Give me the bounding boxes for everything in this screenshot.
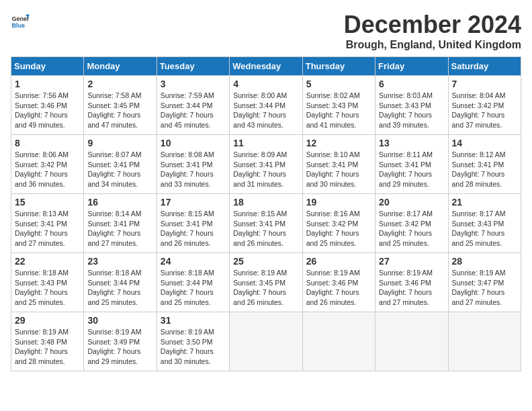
day-info: Sunrise: 7:56 AMSunset: 3:46 PMDaylight:… [15, 91, 80, 130]
calendar-cell: 6 Sunrise: 8:03 AMSunset: 3:43 PMDayligh… [375, 76, 448, 135]
day-number: 24 [161, 256, 226, 267]
calendar-cell: 13 Sunrise: 8:11 AMSunset: 3:41 PMDaylig… [375, 135, 448, 194]
calendar-cell: 21 Sunrise: 8:17 AMSunset: 3:43 PMDaylig… [448, 194, 521, 253]
calendar-row: 15 Sunrise: 8:13 AMSunset: 3:41 PMDaylig… [11, 194, 521, 253]
page-header: General Blue December 2024 Brough, Engla… [11, 11, 521, 51]
day-info: Sunrise: 8:18 AMSunset: 3:43 PMDaylight:… [15, 268, 80, 308]
day-number: 8 [15, 138, 80, 148]
col-sunday: Sunday [11, 57, 84, 76]
day-number: 31 [161, 315, 226, 326]
day-info: Sunrise: 8:17 AMSunset: 3:43 PMDaylight:… [452, 209, 517, 248]
day-info: Sunrise: 8:12 AMSunset: 3:41 PMDaylight:… [452, 150, 517, 189]
calendar-cell: 8 Sunrise: 8:06 AMSunset: 3:42 PMDayligh… [11, 135, 84, 194]
calendar-cell [375, 312, 448, 371]
calendar-table: Sunday Monday Tuesday Wednesday Thursday… [11, 56, 521, 371]
calendar-cell: 12 Sunrise: 8:10 AMSunset: 3:41 PMDaylig… [302, 135, 375, 194]
calendar-cell: 11 Sunrise: 8:09 AMSunset: 3:41 PMDaylig… [230, 135, 302, 194]
calendar-cell: 9 Sunrise: 8:07 AMSunset: 3:41 PMDayligh… [84, 135, 157, 194]
calendar-cell: 15 Sunrise: 8:13 AMSunset: 3:41 PMDaylig… [11, 194, 84, 253]
day-number: 28 [452, 256, 517, 267]
day-number: 27 [379, 256, 444, 267]
day-number: 22 [15, 256, 80, 267]
day-number: 30 [87, 315, 152, 326]
day-info: Sunrise: 8:14 AMSunset: 3:41 PMDaylight:… [87, 209, 152, 248]
day-info: Sunrise: 8:19 AMSunset: 3:49 PMDaylight:… [87, 327, 152, 367]
calendar-cell: 16 Sunrise: 8:14 AMSunset: 3:41 PMDaylig… [84, 194, 157, 253]
day-number: 26 [306, 256, 371, 267]
calendar-cell: 4 Sunrise: 8:00 AMSunset: 3:44 PMDayligh… [230, 76, 302, 135]
day-number: 18 [233, 197, 298, 208]
location: Brough, England, United Kingdom [344, 39, 521, 51]
day-info: Sunrise: 8:17 AMSunset: 3:42 PMDaylight:… [379, 209, 444, 248]
day-info: Sunrise: 8:18 AMSunset: 3:44 PMDaylight:… [87, 268, 152, 308]
day-info: Sunrise: 8:07 AMSunset: 3:41 PMDaylight:… [87, 150, 152, 189]
calendar-cell: 1 Sunrise: 7:56 AMSunset: 3:46 PMDayligh… [11, 76, 84, 135]
svg-text:Blue: Blue [11, 22, 25, 29]
day-number: 21 [452, 197, 517, 208]
title-block: December 2024 Brough, England, United Ki… [344, 11, 521, 51]
calendar-cell: 5 Sunrise: 8:02 AMSunset: 3:43 PMDayligh… [302, 76, 375, 135]
calendar-cell: 30 Sunrise: 8:19 AMSunset: 3:49 PMDaylig… [84, 312, 157, 371]
day-number: 10 [161, 138, 226, 148]
calendar-cell: 14 Sunrise: 8:12 AMSunset: 3:41 PMDaylig… [448, 135, 521, 194]
logo-icon: General Blue [11, 11, 30, 30]
calendar-cell: 10 Sunrise: 8:08 AMSunset: 3:41 PMDaylig… [157, 135, 229, 194]
day-info: Sunrise: 8:09 AMSunset: 3:41 PMDaylight:… [233, 150, 298, 189]
col-thursday: Thursday [302, 57, 375, 76]
calendar-cell: 29 Sunrise: 8:19 AMSunset: 3:48 PMDaylig… [11, 312, 84, 371]
day-number: 13 [379, 138, 444, 148]
day-info: Sunrise: 8:02 AMSunset: 3:43 PMDaylight:… [306, 91, 371, 130]
day-number: 12 [306, 138, 371, 148]
day-info: Sunrise: 8:19 AMSunset: 3:46 PMDaylight:… [379, 268, 444, 308]
day-info: Sunrise: 8:19 AMSunset: 3:48 PMDaylight:… [15, 327, 80, 367]
col-saturday: Saturday [448, 57, 521, 76]
day-number: 16 [87, 197, 152, 208]
day-info: Sunrise: 8:03 AMSunset: 3:43 PMDaylight:… [379, 91, 444, 130]
day-info: Sunrise: 8:19 AMSunset: 3:50 PMDaylight:… [161, 327, 226, 367]
calendar-cell: 2 Sunrise: 7:58 AMSunset: 3:45 PMDayligh… [84, 76, 157, 135]
calendar-cell: 22 Sunrise: 8:18 AMSunset: 3:43 PMDaylig… [11, 253, 84, 312]
day-number: 23 [87, 256, 152, 267]
day-number: 20 [379, 197, 444, 208]
col-monday: Monday [84, 57, 157, 76]
logo: General Blue [11, 11, 30, 30]
day-info: Sunrise: 8:06 AMSunset: 3:42 PMDaylight:… [15, 150, 80, 189]
calendar-cell: 19 Sunrise: 8:16 AMSunset: 3:42 PMDaylig… [302, 194, 375, 253]
month-title: December 2024 [344, 11, 521, 39]
day-number: 7 [452, 79, 517, 89]
calendar-cell: 31 Sunrise: 8:19 AMSunset: 3:50 PMDaylig… [157, 312, 229, 371]
calendar-cell: 18 Sunrise: 8:15 AMSunset: 3:41 PMDaylig… [230, 194, 302, 253]
day-number: 3 [161, 79, 226, 89]
day-info: Sunrise: 8:13 AMSunset: 3:41 PMDaylight:… [15, 209, 80, 248]
col-tuesday: Tuesday [157, 57, 229, 76]
calendar-cell: 25 Sunrise: 8:19 AMSunset: 3:45 PMDaylig… [230, 253, 302, 312]
calendar-row: 29 Sunrise: 8:19 AMSunset: 3:48 PMDaylig… [11, 312, 521, 371]
calendar-cell [448, 312, 521, 371]
day-number: 17 [161, 197, 226, 208]
calendar-cell [230, 312, 302, 371]
day-info: Sunrise: 8:00 AMSunset: 3:44 PMDaylight:… [233, 91, 298, 130]
day-number: 1 [15, 79, 80, 89]
day-number: 19 [306, 197, 371, 208]
day-info: Sunrise: 8:04 AMSunset: 3:42 PMDaylight:… [452, 91, 517, 130]
calendar-cell: 23 Sunrise: 8:18 AMSunset: 3:44 PMDaylig… [84, 253, 157, 312]
day-info: Sunrise: 8:10 AMSunset: 3:41 PMDaylight:… [306, 150, 371, 189]
day-number: 15 [15, 197, 80, 208]
day-number: 4 [233, 79, 298, 89]
day-info: Sunrise: 8:15 AMSunset: 3:41 PMDaylight:… [161, 209, 226, 248]
day-info: Sunrise: 8:19 AMSunset: 3:45 PMDaylight:… [233, 268, 298, 308]
col-friday: Friday [375, 57, 448, 76]
calendar-cell: 17 Sunrise: 8:15 AMSunset: 3:41 PMDaylig… [157, 194, 229, 253]
calendar-cell: 28 Sunrise: 8:19 AMSunset: 3:47 PMDaylig… [448, 253, 521, 312]
calendar-row: 22 Sunrise: 8:18 AMSunset: 3:43 PMDaylig… [11, 253, 521, 312]
calendar-cell [302, 312, 375, 371]
day-info: Sunrise: 8:16 AMSunset: 3:42 PMDaylight:… [306, 209, 371, 248]
col-wednesday: Wednesday [230, 57, 302, 76]
day-number: 6 [379, 79, 444, 89]
day-info: Sunrise: 8:18 AMSunset: 3:44 PMDaylight:… [161, 268, 226, 308]
day-number: 29 [15, 315, 80, 326]
day-number: 5 [306, 79, 371, 89]
day-info: Sunrise: 8:15 AMSunset: 3:41 PMDaylight:… [233, 209, 298, 248]
day-number: 11 [233, 138, 298, 148]
day-number: 14 [452, 138, 517, 148]
